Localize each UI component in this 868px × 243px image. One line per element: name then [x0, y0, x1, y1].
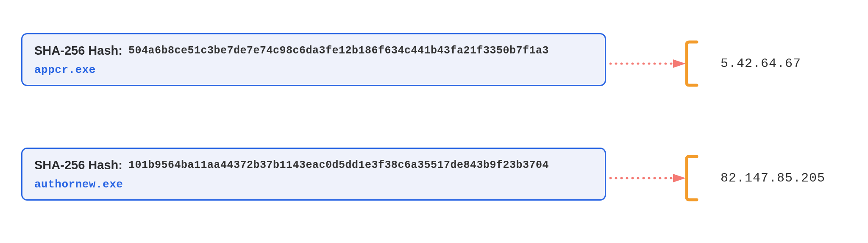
bracket-icon: [685, 155, 700, 201]
hash-label: SHA-256 Hash:: [34, 158, 122, 172]
arrow-icon: [609, 174, 686, 182]
svg-marker-3: [673, 174, 686, 182]
ip-address: 5.42.64.67: [721, 56, 801, 71]
hash-entry: SHA-256 Hash: 504a6b8ce51c3be7de7e74c98c…: [21, 33, 606, 86]
bracket-icon: [685, 40, 700, 87]
filename: appcr.exe: [34, 64, 593, 76]
svg-marker-1: [673, 59, 686, 68]
filename: authornew.exe: [34, 178, 593, 191]
arrow-icon: [609, 59, 686, 68]
hash-line: SHA-256 Hash: 101b9564ba11aa44372b37b114…: [34, 158, 593, 172]
hash-entry: SHA-256 Hash: 101b9564ba11aa44372b37b114…: [21, 148, 606, 201]
hash-label: SHA-256 Hash:: [34, 44, 122, 58]
hash-value: 504a6b8ce51c3be7de7e74c98c6da3fe12b186f6…: [128, 45, 549, 57]
hash-line: SHA-256 Hash: 504a6b8ce51c3be7de7e74c98c…: [34, 44, 593, 58]
hash-value: 101b9564ba11aa44372b37b1143eac0d5dd1e3f3…: [128, 159, 549, 171]
ip-address: 82.147.85.205: [721, 171, 825, 185]
